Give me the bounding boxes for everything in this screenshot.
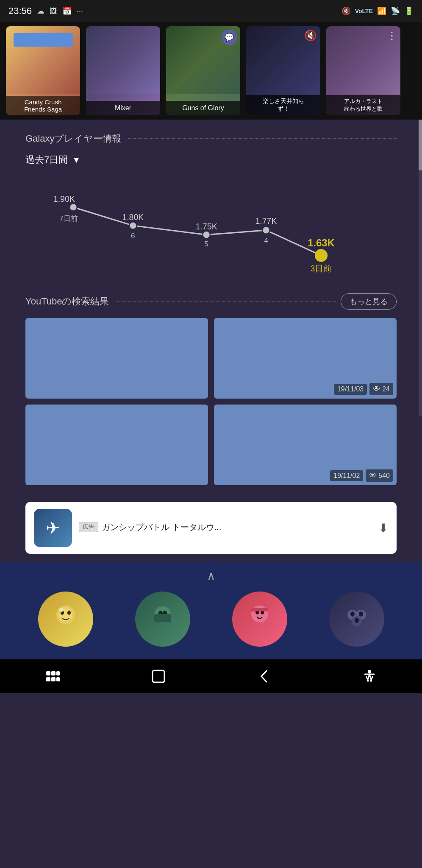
video-card-2[interactable]: 19/11/03 👁 24 (214, 318, 397, 399)
chart-label-4-x: 3日前 (311, 264, 332, 273)
video-meta-4: 19/11/02 👁 540 (330, 469, 393, 482)
youtube-section: YouTubeの検索結果 もっと見る 19/11/03 👁 24 (25, 293, 397, 485)
chart-point-1 (129, 222, 136, 229)
menu-nav-button[interactable] (38, 661, 68, 691)
video-thumb-1 (25, 318, 208, 399)
recent-apps-strip: Candy CrushFriends Saga Mixer 💬 Guns of … (0, 22, 422, 120)
video-thumb-3 (25, 405, 208, 485)
signal-icon: 📡 (391, 6, 400, 16)
nav-bar (0, 659, 422, 693)
svg-rect-22 (46, 677, 50, 681)
video-card-1[interactable] (25, 318, 208, 399)
youtube-title-row: YouTubeの検索結果 (25, 295, 341, 308)
chart-label-4-value: 1.63K (308, 237, 335, 248)
chart-point-3 (262, 226, 269, 234)
bottom-sheet: ∧ (0, 562, 422, 659)
chevron-up-icon: ∧ (207, 569, 216, 583)
back-nav-button[interactable] (249, 661, 279, 691)
chart-label-3-x: 4 (264, 236, 268, 245)
galaxy-section-title: Galaxyプレイヤー情報 (25, 132, 397, 145)
wifi-icon: 📶 (377, 6, 386, 16)
video-grid: 19/11/03 👁 24 19/11/02 👁 540 (25, 318, 397, 485)
svg-point-16 (350, 611, 355, 617)
svg-rect-20 (51, 671, 56, 675)
svg-rect-12 (251, 608, 268, 611)
tanosii-thumb: 🔇 (246, 26, 320, 94)
mute-icon: 🔇 (341, 6, 351, 16)
app-card-guns[interactable]: 💬 Guns of Glory (166, 26, 240, 115)
app-icon-2-image (146, 602, 180, 636)
chart-line (73, 207, 321, 256)
candy-blue-bar (14, 33, 73, 47)
image-icon: 🖼 (50, 7, 57, 16)
view-count-4: 540 (378, 472, 390, 480)
more-icon: ··· (77, 7, 83, 16)
line-chart: 1.90K 7日前 1.80K 6 1.75K 5 1.77K 4 1.63K … (25, 170, 397, 281)
video-card-4[interactable]: 19/11/02 👁 540 (214, 405, 397, 485)
period-text: 過去7日間 (25, 154, 68, 166)
chart-label-2-x: 5 (204, 240, 208, 248)
youtube-title: YouTubeの検索結果 (25, 295, 109, 308)
svg-rect-25 (153, 670, 164, 682)
chart-point-highlighted (315, 249, 328, 262)
app-icon-2[interactable] (135, 592, 190, 647)
youtube-dots-divider (117, 301, 336, 302)
more-button[interactable]: もっと見る (341, 293, 397, 310)
back-icon (259, 669, 269, 684)
cloud-icon: ☁ (37, 6, 44, 16)
scrollbar[interactable] (419, 120, 422, 416)
svg-rect-8 (154, 614, 171, 622)
chart-label-1-value: 1.80K (122, 212, 144, 222)
app-icon-1-image (49, 602, 83, 636)
status-bar: 23:56 ☁ 🖼 📅 ··· 🔇 VoLTE 📶 📡 🔋 (0, 0, 422, 22)
chart-container: 1.90K 7日前 1.80K 6 1.75K 5 1.77K 4 1.63K … (25, 170, 397, 281)
ad-label-row: 広告 ガンシップバトル トータルウ... (79, 522, 372, 533)
accessibility-icon (362, 669, 377, 684)
svg-rect-24 (56, 677, 60, 681)
accessibility-nav-button[interactable] (355, 661, 384, 691)
eye-icon-4: 👁 (369, 471, 377, 480)
home-nav-button[interactable] (144, 661, 173, 691)
app-card-candy[interactable]: Candy CrushFriends Saga (6, 26, 80, 115)
chart-label-3-value: 1.77K (255, 216, 277, 226)
chart-point-0 (69, 204, 77, 211)
period-selector[interactable]: 過去7日間 ▼ (25, 154, 397, 166)
app-icon-1[interactable] (38, 592, 93, 647)
app-card-mixer[interactable]: Mixer (86, 26, 160, 115)
video-date-4: 19/11/02 (330, 470, 363, 481)
bottom-sheet-handle[interactable]: ∧ (0, 562, 422, 587)
download-icon[interactable]: ⬇ (378, 521, 388, 535)
svg-point-4 (59, 608, 64, 612)
video-meta-2: 19/11/03 👁 24 (334, 383, 393, 395)
svg-point-17 (359, 611, 363, 617)
app-icon-3-image (243, 602, 277, 636)
chart-label-0-x: 7日前 (59, 214, 78, 223)
ad-badge: 広告 (79, 522, 98, 532)
guns-thumb: 💬 (166, 26, 240, 94)
svg-rect-19 (46, 671, 50, 675)
main-content: Galaxyプレイヤー情報 過去7日間 ▼ 1.90K 7日前 1.80K 6 … (0, 120, 422, 562)
status-time: 23:56 (8, 6, 32, 17)
chart-point-2 (203, 231, 210, 238)
galaxy-title-text: Galaxyプレイヤー情報 (25, 132, 121, 145)
alca-label: アルカ・ラスト終わる世界と歌 (326, 95, 400, 115)
app-card-tanosii[interactable]: 🔇 楽しさ天井知らず！ (246, 26, 320, 115)
ad-app-icon: ✈ (34, 509, 72, 547)
svg-point-18 (355, 618, 359, 623)
ad-title: ガンシップバトル トータルウ... (102, 522, 221, 533)
tanosii-label: 楽しさ天井知らず！ (246, 95, 320, 115)
app-icon-4[interactable] (329, 592, 384, 647)
dropdown-arrow-icon[interactable]: ▼ (72, 155, 81, 165)
scrollbar-thumb[interactable] (419, 120, 422, 170)
svg-point-3 (67, 611, 71, 615)
video-card-3[interactable] (25, 405, 208, 485)
app-card-alca[interactable]: ⋮ アルカ・ラスト終わる世界と歌 (326, 26, 400, 115)
status-right: 🔇 VoLTE 📶 📡 🔋 (341, 6, 414, 16)
ad-banner[interactable]: ✈ 広告 ガンシップバトル トータルウ... ⬇ (25, 502, 397, 554)
mixer-label: Mixer (86, 101, 160, 115)
svg-rect-23 (51, 677, 56, 681)
youtube-header: YouTubeの検索結果 もっと見る (25, 293, 397, 310)
menu-icon (45, 670, 61, 682)
app-icon-3[interactable] (232, 592, 287, 647)
video-date-2: 19/11/03 (334, 384, 367, 395)
